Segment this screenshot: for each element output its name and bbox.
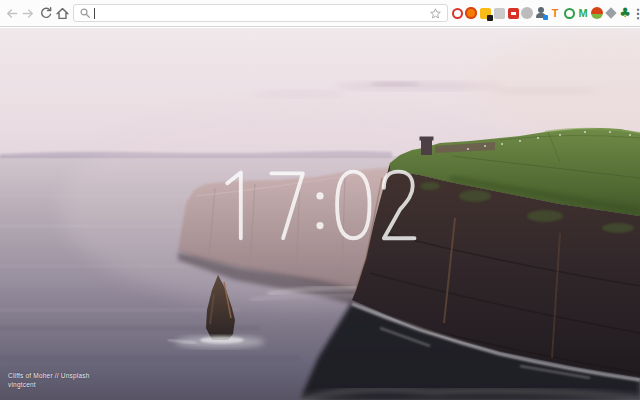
ext-gray-pinwheel-icon	[605, 7, 616, 18]
ext-green-m-icon[interactable]: M	[577, 6, 589, 20]
browser-window: { "browser": { "toolbar": { "back_icon":…	[0, 0, 640, 400]
ext-green-m-icon: M	[578, 7, 587, 19]
extensions-bar: TM♣	[451, 6, 631, 20]
ext-gray-pinwheel-icon[interactable]	[605, 6, 617, 20]
ext-orange-letter-icon[interactable]: T	[549, 6, 561, 20]
ext-green-ring-icon	[564, 8, 575, 19]
ext-gray-square-icon[interactable]	[493, 6, 505, 20]
reload-icon	[39, 6, 53, 20]
ext-green-ring-icon[interactable]	[563, 6, 575, 20]
new-tab-page: Cliffs of Moher // Unsplash vingtcent	[0, 28, 640, 400]
ext-yellow-badged-icon[interactable]	[479, 6, 491, 20]
ext-red-green-circle-icon	[591, 7, 603, 19]
tower-silhouette	[420, 137, 434, 156]
back-button[interactable]	[3, 3, 20, 23]
ext-red-ring-icon	[452, 8, 463, 19]
ext-gray-circle-icon	[521, 7, 533, 19]
ext-person-blue-icon	[535, 7, 547, 19]
ext-red-ring-icon[interactable]	[451, 6, 463, 20]
forward-button[interactable]	[20, 3, 37, 23]
ext-orange-letter-icon: T	[552, 7, 559, 19]
address-bar[interactable]	[73, 4, 448, 22]
back-arrow-icon	[4, 6, 19, 21]
home-button[interactable]	[54, 3, 71, 23]
photo-attribution: Cliffs of Moher // Unsplash vingtcent	[8, 371, 90, 389]
star-outline-icon[interactable]	[429, 7, 442, 20]
kebab-menu-icon: ⋮	[632, 7, 640, 20]
ext-orange-fire-icon[interactable]	[465, 6, 477, 20]
ext-red-green-circle-icon[interactable]	[591, 6, 603, 20]
ext-gray-square-icon	[494, 8, 505, 19]
browser-menu-button[interactable]: ⋮	[632, 3, 640, 23]
attribution-author-link[interactable]: vingtcent	[8, 380, 90, 389]
ext-red-square-icon	[508, 8, 519, 19]
magnifier-icon	[79, 7, 91, 19]
browser-toolbar: TM♣ ⋮	[0, 0, 640, 27]
ext-person-blue-icon[interactable]	[535, 6, 547, 20]
address-input[interactable]	[96, 7, 429, 19]
ext-yellow-badged-icon	[480, 8, 491, 19]
ext-green-clover-icon[interactable]: ♣	[619, 6, 631, 20]
ext-red-square-icon[interactable]	[507, 6, 519, 20]
background-photo	[0, 28, 640, 400]
ext-orange-fire-icon	[465, 7, 477, 19]
ext-green-clover-icon: ♣	[619, 7, 631, 19]
home-icon	[55, 6, 70, 21]
attribution-title-link[interactable]: Cliffs of Moher // Unsplash	[8, 371, 90, 380]
ext-gray-circle-icon[interactable]	[521, 6, 533, 20]
forward-arrow-icon	[21, 6, 36, 21]
reload-button[interactable]	[37, 3, 54, 23]
text-caret	[94, 8, 95, 19]
